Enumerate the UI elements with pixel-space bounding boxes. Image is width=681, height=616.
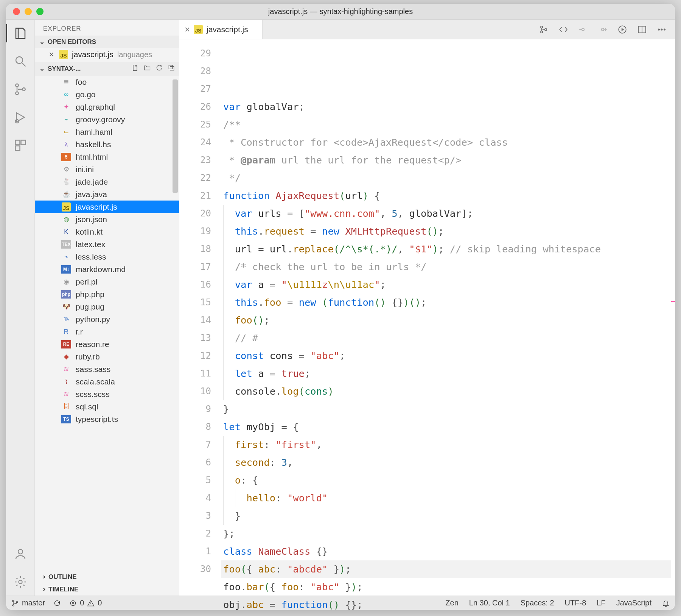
timeline-header[interactable]: ⌄ TIMELINE [35, 583, 179, 596]
collapse-all-icon[interactable] [168, 64, 175, 73]
svg-rect-6 [21, 140, 25, 145]
new-file-icon[interactable] [131, 64, 139, 73]
svg-point-14 [582, 28, 585, 31]
file-row[interactable]: JSjavascript.js [35, 201, 179, 213]
accounts-activity-icon[interactable] [13, 546, 28, 562]
code-editor[interactable]: 2928272625242322212019181716151413121110… [179, 39, 675, 596]
file-name: perl.pl [76, 277, 97, 286]
explorer-activity-icon[interactable] [13, 26, 28, 41]
outline-label: OUTLINE [48, 573, 77, 581]
file-row[interactable]: ≋sass.sass [35, 363, 179, 375]
file-icon: ⌁ [61, 115, 71, 124]
tab-javascript[interactable]: × JS javascript.js [179, 20, 263, 39]
file-name: jade.jade [76, 177, 108, 187]
open-editor-item[interactable]: × JS javascript.js languages [35, 48, 179, 62]
extensions-activity-icon[interactable] [13, 138, 28, 153]
file-row[interactable]: ⚙ini.ini [35, 163, 179, 176]
prev-change-icon[interactable] [578, 25, 588, 34]
zoom-window-button[interactable] [36, 8, 44, 15]
file-name: gql.graphql [76, 103, 115, 112]
file-name: foo [76, 78, 87, 87]
problems-status[interactable]: 0 0 [69, 599, 102, 607]
file-row[interactable]: 5html.html [35, 151, 179, 163]
file-icon: ⅌ [61, 315, 71, 324]
file-row[interactable]: ◉perl.pl [35, 275, 179, 288]
file-icon: λ [61, 140, 71, 149]
file-row[interactable]: TEXlatex.tex [35, 238, 179, 250]
file-row[interactable]: REreason.re [35, 338, 179, 350]
open-editors-header[interactable]: ⌄ OPEN EDITORS [35, 36, 179, 48]
file-row[interactable]: ⌙haml.haml [35, 126, 179, 138]
file-icon: ◍ [61, 215, 71, 224]
file-row[interactable]: ≋scss.scss [35, 388, 179, 400]
file-name: kotlin.kt [76, 227, 103, 236]
compare-icon[interactable] [539, 25, 549, 34]
file-icon: K [61, 228, 71, 236]
file-icon: ⌇ [61, 378, 71, 386]
editor-area: × JS javascript.js 292827262524232221201… [179, 20, 675, 596]
file-row[interactable]: Rr.r [35, 325, 179, 338]
file-row[interactable]: TStypescript.ts [35, 413, 179, 425]
svg-rect-5 [15, 140, 20, 145]
warning-count: 0 [98, 599, 102, 607]
file-name: go.go [76, 90, 96, 99]
file-row[interactable]: 🗄sql.sql [35, 400, 179, 413]
file-name: json.json [76, 215, 107, 224]
content: EXPLORER ⌄ OPEN EDITORS × JS javascript.… [6, 20, 675, 596]
open-changes-icon[interactable] [558, 25, 568, 34]
svg-point-0 [16, 57, 23, 64]
file-row[interactable]: ✦gql.graphql [35, 101, 179, 113]
minimize-window-button[interactable] [25, 8, 32, 15]
chevron-right-icon: ⌄ [39, 587, 47, 592]
split-editor-icon[interactable] [637, 25, 647, 34]
file-name: less.less [76, 252, 106, 261]
file-row[interactable]: ◍json.json [35, 213, 179, 226]
svg-point-8 [18, 549, 23, 554]
folder-header[interactable]: ⌄ SYNTAX-... [35, 62, 179, 76]
scrollbar-thumb[interactable] [173, 79, 178, 193]
file-row[interactable]: phpphp.php [35, 288, 179, 300]
file-row[interactable]: 🐇jade.jade [35, 176, 179, 188]
file-row[interactable]: ⌇scala.scala [35, 375, 179, 388]
svg-point-13 [545, 28, 547, 30]
next-change-icon[interactable] [598, 25, 608, 34]
close-editor-icon[interactable]: × [48, 50, 55, 59]
file-tree[interactable]: ≣foo∞go.go✦gql.graphql⌁groovy.groovy⌙ham… [35, 76, 179, 571]
file-icon: RE [61, 340, 71, 348]
file-row[interactable]: ☕java.java [35, 188, 179, 201]
file-row[interactable]: ◆ruby.rb [35, 350, 179, 363]
svg-rect-7 [15, 146, 20, 151]
file-row[interactable]: ∞go.go [35, 88, 179, 101]
file-name: reason.re [76, 340, 109, 349]
overview-ruler[interactable] [672, 39, 675, 596]
open-editors-label: OPEN EDITORS [48, 38, 96, 46]
file-name: ini.ini [76, 165, 94, 174]
sync-status[interactable] [53, 599, 61, 607]
file-row[interactable]: ≣foo [35, 76, 179, 88]
file-row[interactable]: 🐶pug.pug [35, 300, 179, 313]
new-folder-icon[interactable] [143, 64, 151, 73]
search-activity-icon[interactable] [13, 54, 28, 69]
file-icon: ≋ [61, 390, 71, 398]
settings-activity-icon[interactable] [13, 574, 28, 590]
source-control-activity-icon[interactable] [13, 82, 28, 97]
refresh-icon[interactable] [155, 64, 163, 73]
outline-header[interactable]: ⌄ OUTLINE [35, 571, 179, 583]
close-window-button[interactable] [13, 8, 20, 15]
run-debug-activity-icon[interactable] [13, 110, 28, 125]
run-icon[interactable] [617, 25, 627, 34]
file-row[interactable]: ⅌python.py [35, 313, 179, 325]
git-branch-status[interactable]: master [11, 599, 45, 607]
more-actions-icon[interactable] [657, 25, 667, 34]
file-row[interactable]: λhaskell.hs [35, 138, 179, 151]
file-row[interactable]: ⌁groovy.groovy [35, 113, 179, 126]
file-row[interactable]: ⌁less.less [35, 250, 179, 263]
file-icon: ◆ [61, 353, 71, 361]
titlebar[interactable]: javascript.js — syntax-highlighting-samp… [6, 4, 675, 20]
file-name: latex.tex [76, 240, 105, 249]
close-tab-icon[interactable]: × [185, 24, 190, 35]
file-icon: ☕ [61, 190, 71, 199]
file-row[interactable]: M↓markdown.md [35, 263, 179, 275]
code-content[interactable]: var globalVar;/** * Constructor for <cod… [221, 39, 672, 596]
file-row[interactable]: Kkotlin.kt [35, 226, 179, 238]
